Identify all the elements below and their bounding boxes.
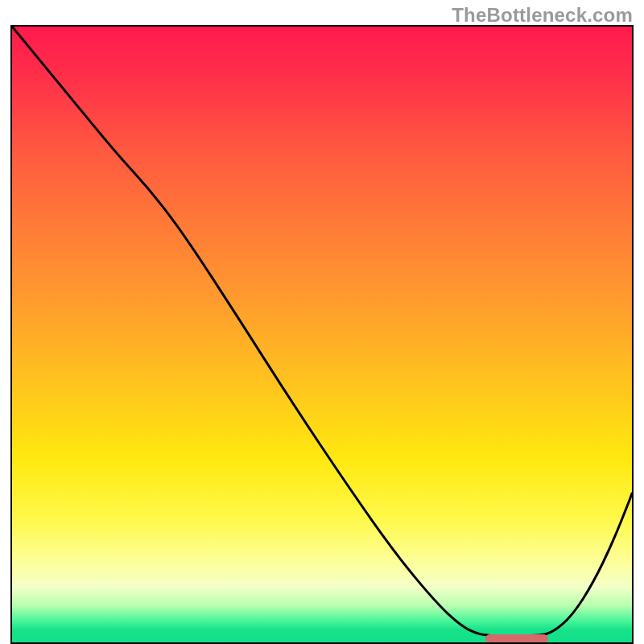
curve-path [12,27,632,636]
watermark-text: TheBottleneck.com [452,4,633,27]
bottleneck-curve [12,27,632,642]
optimal-range-marker [485,634,548,643]
chart-frame [10,25,634,644]
